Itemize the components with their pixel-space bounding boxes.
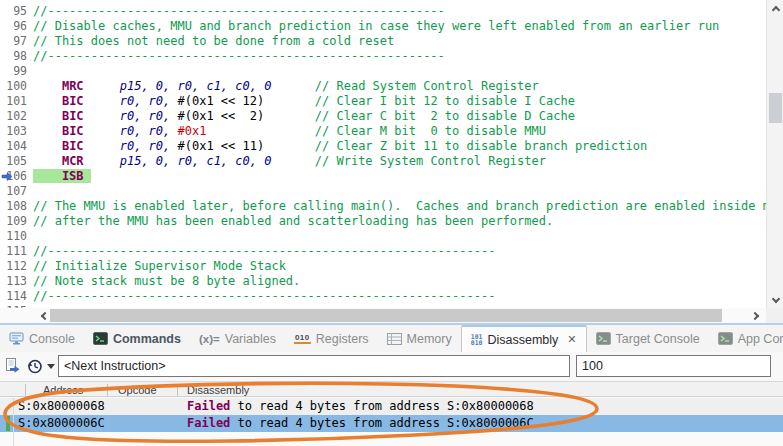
tab-label: Registers (316, 332, 369, 346)
code-line: 105 MCR p15, 0, r0, c1, c0, 0 // Write S… (0, 154, 766, 169)
line-number: 95 (0, 4, 27, 19)
cell-disassembly: Failed to read 4 bytes from address S:0x… (187, 415, 534, 432)
editor-lines: 95//------------------------------------… (0, 4, 766, 308)
line-number: 109 (0, 214, 27, 229)
chevron-up-icon (771, 5, 779, 13)
tab-label: App Console (738, 332, 783, 346)
scrollbar-corner (766, 308, 783, 323)
line-number: 111 (0, 244, 27, 259)
editor-vertical-scrollbar[interactable] (766, 0, 783, 308)
code-text: //--------------------------------------… (33, 244, 495, 258)
tab-memory[interactable]: Memory (378, 325, 461, 352)
code-text: // Note stack must be 8 byte aligned. (33, 274, 300, 288)
instruction-address-input[interactable] (58, 355, 570, 377)
code-text: // This does not need to be done from a … (33, 34, 394, 48)
scroll-right-button[interactable] (748, 308, 764, 323)
code-text: BIC r0, r0, #0x1 // Clear M bit 0 to dis… (33, 124, 546, 138)
code-text: BIC r0, r0, #(0x1 << 2) // Clear C bit 2… (33, 109, 575, 123)
table-row[interactable]: S:0x8000006CFailed to read 4 bytes from … (0, 415, 783, 432)
table-header: Address Opcode Disassembly (0, 381, 783, 397)
view-tabbar: Console Commands (x)= Variables 010 Regi… (0, 325, 783, 352)
tab-label: Target Console (616, 332, 700, 346)
line-number: 114 (0, 289, 27, 304)
tab-label: Variables (225, 332, 276, 346)
tab-console[interactable]: Console (0, 325, 84, 352)
line-number: 104 (0, 139, 27, 154)
tab-commands[interactable]: Commands (84, 325, 190, 352)
code-line: 104 BIC r0, r0, #(0x1 << 11) // Clear Z … (0, 139, 766, 154)
tab-disassembly[interactable]: 101010 Disassembly ✕ (461, 325, 587, 352)
terminal-icon (93, 332, 108, 345)
ide-window: 95//------------------------------------… (0, 0, 783, 446)
line-number: 108 (0, 199, 27, 214)
code-line: 101 BIC r0, r0, #(0x1 << 12) // Clear I … (0, 94, 766, 109)
editor-horizontal-scrollbar[interactable] (0, 308, 766, 323)
code-text: BIC r0, r0, #(0x1 << 12) // Clear I bit … (33, 94, 575, 108)
variables-icon: (x)= (199, 333, 220, 345)
disassembly-icon: 101010 (471, 334, 483, 346)
memory-icon (387, 333, 402, 345)
cell-disassembly: Failed to read 4 bytes from address S:0x… (187, 398, 534, 415)
column-header-disassembly: Disassembly (187, 384, 249, 396)
line-number: 99 (0, 64, 27, 79)
chevron-right-icon (750, 311, 758, 319)
terminal-icon (596, 332, 611, 345)
pc-marker (6, 416, 10, 431)
code-line: 114//-----------------------------------… (0, 289, 766, 304)
column-header-address: Address (43, 384, 83, 396)
table-row[interactable]: S:0x80000068Failed to read 4 bytes from … (0, 398, 783, 415)
code-text: //--------------------------------------… (33, 4, 445, 18)
close-icon[interactable]: ✕ (567, 333, 576, 346)
code-line: 107 (0, 184, 766, 199)
tab-app-console[interactable]: App Console (709, 325, 783, 352)
code-line: 100 MRC p15, 0, r0, c1, c0, 0 // Read Sy… (0, 79, 766, 94)
line-number: 97 (0, 34, 27, 49)
code-text: BIC r0, r0, #(0x1 << 11) // Clear Z bit … (33, 139, 647, 153)
disassembly-toolbar (0, 352, 783, 381)
line-number: 112 (0, 259, 27, 274)
terminal-icon (718, 332, 733, 345)
code-line: 103 BIC r0, r0, #0x1 // Clear M bit 0 to… (0, 124, 766, 139)
code-line: 111//-----------------------------------… (0, 244, 766, 259)
scroll-up-button[interactable] (767, 0, 783, 16)
code-text: // Initialize Supervisor Mode Stack (33, 259, 286, 273)
scroll-down-button[interactable] (767, 292, 783, 308)
scroll-left-button[interactable] (36, 308, 50, 323)
vertical-scroll-thumb[interactable] (769, 93, 782, 123)
tab-label: Console (29, 332, 75, 346)
code-text: MCR p15, 0, r0, c1, c0, 0 // Write Syste… (33, 154, 546, 168)
code-line: 113// Note stack must be 8 byte aligned. (0, 274, 766, 289)
bottom-panel: Console Commands (x)= Variables 010 Regi… (0, 325, 783, 446)
cell-address: S:0x8000006C (18, 415, 105, 432)
line-number: 101 (0, 94, 27, 109)
history-dropdown-caret[interactable] (47, 364, 55, 369)
console-icon (9, 332, 24, 345)
marker-column-divider (13, 398, 14, 446)
code-line: 99 (0, 64, 766, 79)
horizontal-scroll-thumb[interactable] (50, 309, 722, 322)
code-line: 102 BIC r0, r0, #(0x1 << 2) // Clear C b… (0, 109, 766, 124)
line-number: 98 (0, 49, 27, 64)
line-number: 96 (0, 19, 27, 34)
disassembly-table: Address Opcode Disassembly S:0x80000068F… (0, 381, 783, 446)
chevron-left-icon (40, 311, 48, 319)
code-editor[interactable]: 95//------------------------------------… (0, 0, 766, 308)
line-number: 102 (0, 109, 27, 124)
tab-target-console[interactable]: Target Console (587, 325, 709, 352)
tab-label: Commands (113, 332, 181, 346)
tab-variables[interactable]: (x)= Variables (190, 325, 285, 352)
chevron-down-icon (771, 294, 779, 302)
line-number: 107 (0, 184, 27, 199)
line-number: 110 (0, 229, 27, 244)
tab-label: Disassembly (487, 333, 558, 347)
code-line: 108// The MMU is enabled later, before c… (0, 199, 766, 214)
link-to-source-icon[interactable] (4, 357, 21, 378)
instruction-pointer-icon (1, 171, 13, 182)
code-line: 97// This does not need to be done from … (0, 34, 766, 49)
tab-registers[interactable]: 010 Registers (285, 325, 378, 352)
code-text: MRC p15, 0, r0, c1, c0, 0 // Read System… (33, 79, 539, 93)
tab-label: Memory (407, 332, 452, 346)
history-icon[interactable] (26, 357, 44, 379)
code-text: // after the MMU has been enabled and sc… (33, 214, 553, 228)
instruction-count-input[interactable] (576, 355, 771, 377)
